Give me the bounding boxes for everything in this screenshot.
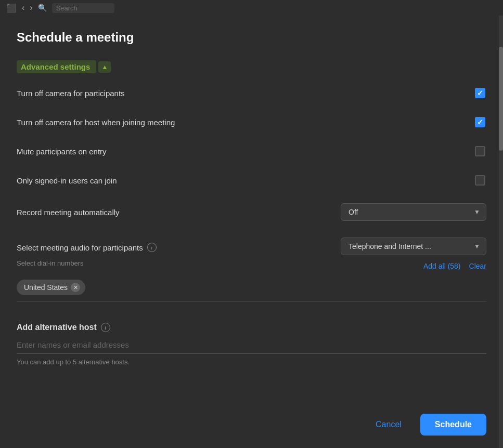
- setting-row-camera-participants: Turn off camera for participants: [17, 78, 486, 108]
- modal-title: Schedule a meeting: [17, 30, 486, 45]
- search-input[interactable]: [52, 3, 114, 13]
- schedule-meeting-modal: Schedule a meeting Advanced settings ▲ T…: [0, 16, 503, 448]
- setting-row-mute: Mute participants on entry: [17, 137, 486, 166]
- checkbox-camera-host[interactable]: [474, 116, 486, 128]
- alt-host-section: Add alternative host i You can add up to…: [17, 312, 486, 372]
- modal-body: Advanced settings ▲ Turn off camera for …: [0, 53, 503, 401]
- modal-footer: Cancel Schedule: [0, 401, 503, 448]
- advanced-settings-arrow-icon: ▲: [98, 61, 111, 73]
- dial-in-section: Select dial-in numbers Add all (58) Clea…: [17, 255, 486, 312]
- dial-in-label: Select dial-in numbers: [17, 259, 84, 267]
- record-dropdown-wrapper: Off On ▼: [341, 203, 486, 221]
- audio-dropdown-wrapper: Telephone and Internet ... Telephone onl…: [341, 238, 486, 255]
- checkbox-signed-in[interactable]: [474, 174, 486, 187]
- tag-remove-united-states[interactable]: ✕: [71, 283, 80, 292]
- setting-row-record: Record meeting automatically Off On ▼: [17, 195, 486, 229]
- search-icon: 🔍: [38, 4, 47, 12]
- advanced-settings-label: Advanced settings: [17, 60, 96, 73]
- modal-header: Schedule a meeting: [0, 16, 503, 53]
- setting-row-audio: Select meeting audio for participants i …: [17, 229, 486, 255]
- checkbox-signed-in-box[interactable]: [475, 175, 485, 186]
- setting-row-camera-host: Turn off camera for host when joining me…: [17, 108, 486, 137]
- alt-host-info-icon[interactable]: i: [101, 323, 110, 332]
- cancel-button[interactable]: Cancel: [365, 415, 412, 434]
- schedule-button[interactable]: Schedule: [420, 414, 486, 436]
- setting-row-signed-in: Only signed-in users can join: [17, 166, 486, 195]
- dial-in-actions: Add all (58) Clear: [423, 262, 486, 270]
- checkbox-camera-participants[interactable]: [474, 87, 486, 99]
- setting-label-audio: Select meeting audio for participants i: [17, 238, 341, 252]
- checkbox-camera-participants-box[interactable]: [475, 88, 485, 98]
- forward-icon[interactable]: ›: [30, 3, 32, 12]
- clear-link[interactable]: Clear: [469, 262, 486, 270]
- add-all-link[interactable]: Add all (58): [423, 262, 461, 270]
- checkbox-mute-box[interactable]: [475, 146, 485, 156]
- selected-tags: United States ✕: [17, 278, 486, 299]
- dial-in-header: Select dial-in numbers Add all (58) Clea…: [17, 259, 486, 272]
- top-bar: ⬛ ‹ › 🔍: [0, 0, 503, 16]
- dial-in-divider: [17, 301, 486, 302]
- scrollbar-track: [499, 16, 503, 448]
- checkbox-camera-host-box[interactable]: [475, 117, 485, 127]
- setting-label-mute: Mute participants on entry: [17, 147, 474, 156]
- alt-host-label: Add alternative host i: [17, 323, 486, 332]
- setting-label-camera-host: Turn off camera for host when joining me…: [17, 118, 474, 127]
- nav-icon: ⬛: [6, 3, 17, 13]
- tag-label-united-states: United States: [24, 283, 68, 292]
- record-dropdown[interactable]: Off On: [341, 203, 486, 221]
- advanced-settings-toggle[interactable]: Advanced settings ▲: [17, 53, 486, 78]
- setting-label-record: Record meeting automatically: [17, 208, 341, 217]
- audio-dropdown[interactable]: Telephone and Internet ... Telephone onl…: [341, 238, 486, 255]
- tag-united-states: United States ✕: [17, 280, 85, 295]
- setting-label-camera-participants: Turn off camera for participants: [17, 89, 474, 98]
- alt-host-input[interactable]: [17, 338, 486, 354]
- scrollbar-thumb[interactable]: [499, 47, 503, 151]
- checkbox-mute[interactable]: [474, 145, 486, 157]
- back-icon[interactable]: ‹: [22, 3, 24, 12]
- audio-info-icon[interactable]: i: [147, 243, 157, 252]
- alt-host-hint: You can add up to 5 alternative hosts.: [17, 358, 486, 366]
- setting-label-signed-in: Only signed-in users can join: [17, 176, 474, 185]
